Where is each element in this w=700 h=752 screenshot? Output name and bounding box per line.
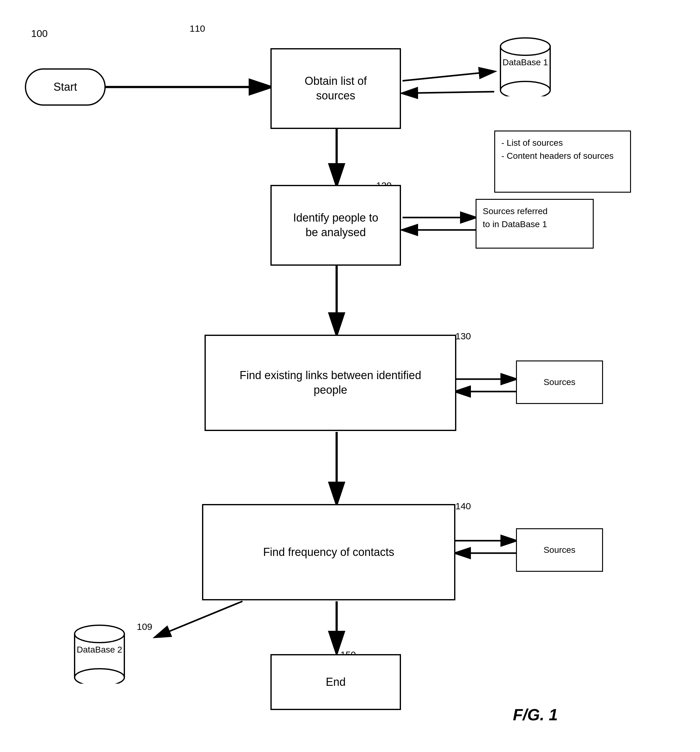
svg-point-21 [75,669,124,684]
n110-box: Obtain list of sources [271,48,401,129]
n130-box: Find existing links between identified p… [205,335,456,431]
info-box-2: Sources referred to in DataBase 1 [476,199,594,249]
svg-point-18 [501,81,550,96]
db2-number: 109 [137,621,152,632]
svg-point-17 [501,38,550,55]
n130-number-label: 130 [455,331,471,342]
diagram: 100 Start 110 Obtain list of sources Dat… [0,0,700,752]
n120-box: Identify people to be analysed [271,185,401,266]
diagram-number: 100 [31,28,48,39]
sources-box-140: Sources [516,528,603,572]
n140-box: Find frequency of contacts [202,504,455,600]
svg-line-15 [156,601,243,637]
info-box-1: - List of sources - Content headers of s… [494,131,631,193]
sources-box-130: Sources [516,360,603,404]
n110-number-label: 110 [190,23,205,34]
n140-number-label: 140 [455,501,471,511]
fig-label: F/G. 1 [513,705,558,724]
n150-box: End [271,654,401,710]
database1: DataBase 1 [497,34,553,96]
svg-point-20 [75,625,124,643]
database2: DataBase 2 [72,621,128,684]
svg-line-8 [403,92,494,93]
start-node: Start [25,68,106,106]
svg-line-7 [403,71,494,81]
